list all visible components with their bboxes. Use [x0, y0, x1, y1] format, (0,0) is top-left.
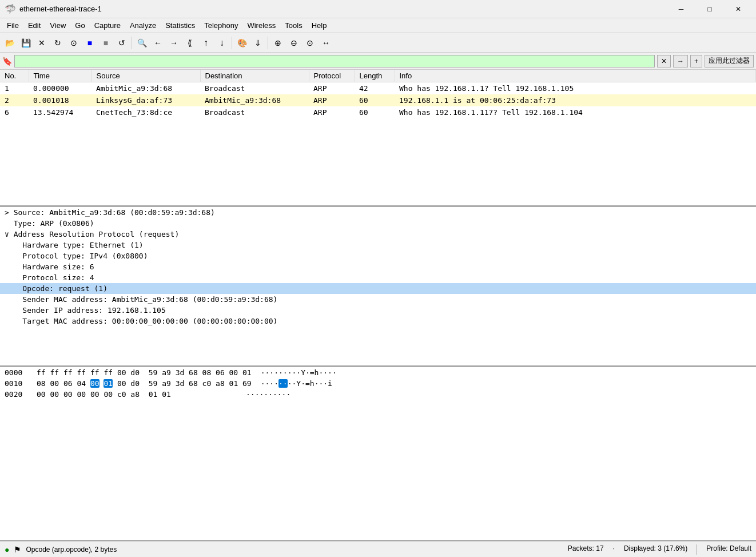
menu-item-statistics[interactable]: Statistics	[161, 20, 200, 31]
col-time[interactable]: Time	[29, 70, 91, 82]
open-button[interactable]: 📂	[2, 35, 17, 50]
status-separator-1: ·	[613, 544, 615, 555]
title-text: ethernet-ethereal-trace-1	[19, 5, 668, 13]
detail-line: Type: ARP (0x0806)	[0, 218, 756, 229]
filter-plus-button[interactable]: +	[690, 55, 702, 67]
table-row[interactable]: 20.001018LinksysG_da:af:73AmbitMic_a9:3d…	[0, 94, 756, 106]
hex-highlight-byte: 01	[104, 379, 113, 388]
detail-line: Protocol type: IPv4 (0x0800)	[0, 250, 756, 261]
status-profile: Profile: Default	[706, 544, 751, 555]
detail-line: Target MAC address: 00:00:00_00:00:00 (0…	[0, 316, 756, 327]
go-forward-button[interactable]: →	[166, 35, 181, 50]
status-expert-icon: ⚑	[14, 545, 21, 554]
detail-line: Sender MAC address: AmbitMic_a9:3d:68 (0…	[0, 294, 756, 305]
menu-item-capture[interactable]: Capture	[90, 20, 125, 31]
packet-tbody: 10.000000AmbitMic_a9:3d:68BroadcastARP42…	[0, 82, 756, 119]
col-source[interactable]: Source	[91, 70, 200, 82]
filter-arrow-right-button[interactable]: →	[673, 55, 688, 67]
maximize-button[interactable]: □	[697, 0, 723, 18]
capture-options-button[interactable]: ⊙	[66, 35, 81, 50]
hex-line: 001008 00 06 04 00 01 00 d0 59 a9 3d 68 …	[0, 378, 756, 389]
detail-line: Opcode: request (1)	[0, 283, 756, 294]
close-button[interactable]: ✕	[725, 0, 751, 18]
hex-bytes: 00 00 00 00 00 00 c0 a8 01 01	[37, 390, 237, 399]
col-destination[interactable]: Destination	[200, 70, 309, 82]
auto-scroll-button[interactable]: ⇓	[250, 35, 265, 50]
minimize-button[interactable]: ─	[668, 0, 694, 18]
restart-button[interactable]: ↺	[114, 35, 129, 50]
toolbar-separator-1	[132, 37, 132, 49]
col-length[interactable]: Length	[355, 70, 395, 82]
hex-offset: 0010	[5, 379, 27, 388]
menu-item-view[interactable]: View	[45, 20, 70, 31]
filter-icon: 🔖	[2, 57, 12, 66]
hex-bytes: ff ff ff ff ff ff 00 d0 59 a9 3d 68 08 0…	[37, 368, 252, 377]
status-displayed: Displayed: 3 (17.6%)	[624, 544, 687, 555]
menu-item-file[interactable]: File	[2, 20, 23, 31]
detail-line: Hardware type: Ethernet (1)	[0, 240, 756, 250]
app-icon: 🦈	[5, 3, 16, 14]
status-message: Opcode (arp.opcode), 2 bytes	[26, 546, 563, 554]
status-packets: Packets: 17	[568, 544, 604, 555]
menu-item-tools[interactable]: Tools	[280, 20, 307, 31]
go-first-button[interactable]: ⟪	[182, 35, 197, 50]
hex-ascii: ·········Y·=h····	[261, 368, 337, 377]
hex-section: 0000ff ff ff ff ff ff 00 d0 59 a9 3d 68 …	[0, 367, 756, 541]
menu-bar: FileEditViewGoCaptureAnalyzeStatisticsTe…	[0, 18, 756, 33]
start-button[interactable]: ■	[82, 35, 97, 50]
hex-highlight-ascii: ··	[278, 379, 288, 388]
close-file-button[interactable]: ✕	[34, 35, 49, 50]
go-next-button[interactable]: ↓	[214, 35, 229, 50]
menu-item-wireless[interactable]: Wireless	[242, 20, 280, 31]
col-protocol[interactable]: Protocol	[309, 70, 355, 82]
apply-filter-button[interactable]: 应用此过滤器	[705, 55, 754, 67]
packet-list-section: No. Time Source Destination Protocol Len…	[0, 70, 756, 207]
detail-line[interactable]: > Source: AmbitMic_a9:3d:68 (00:d0:59:a9…	[0, 207, 756, 218]
detail-line[interactable]: ∨ Address Resolution Protocol (request)	[0, 229, 756, 240]
resize-columns-button[interactable]: ↔	[319, 35, 333, 50]
status-circle-icon: ●	[5, 545, 9, 554]
detail-line: Hardware size: 6	[0, 261, 756, 272]
menu-item-analyze[interactable]: Analyze	[125, 20, 161, 31]
colorize-button[interactable]: 🎨	[234, 35, 249, 50]
packet-table-header: No. Time Source Destination Protocol Len…	[0, 70, 756, 82]
reload-button[interactable]: ↻	[50, 35, 65, 50]
zoom-in-button[interactable]: ⊕	[270, 35, 285, 50]
detail-line: Sender IP address: 192.168.1.105	[0, 305, 756, 316]
toolbar-separator-2	[232, 37, 232, 49]
toolbar: 📂 💾 ✕ ↻ ⊙ ■ ■ ↺ 🔍 ← → ⟪ ↑ ↓ 🎨 ⇓ ⊕ ⊖ ⊙ ↔	[0, 33, 756, 53]
filter-bar: 🔖 arp ✕ → + 应用此过滤器	[0, 53, 756, 70]
zoom-reset-button[interactable]: ⊙	[303, 35, 317, 50]
hex-line: 002000 00 00 00 00 00 c0 a8 01 01·······…	[0, 389, 756, 400]
table-row[interactable]: 613.542974CnetTech_73:8d:ceBroadcastARP6…	[0, 106, 756, 118]
hex-ascii: ··········	[246, 390, 291, 399]
menu-item-go[interactable]: Go	[70, 20, 89, 31]
detail-section: > Source: AmbitMic_a9:3d:68 (00:d0:59:a9…	[0, 207, 756, 367]
col-info[interactable]: Info	[395, 70, 756, 82]
detail-line: Protocol size: 4	[0, 272, 756, 283]
title-bar: 🦈 ethernet-ethereal-trace-1 ─ □ ✕	[0, 0, 756, 18]
filter-clear-button[interactable]: ✕	[657, 55, 671, 67]
go-back-button[interactable]: ←	[150, 35, 165, 50]
save-button[interactable]: 💾	[18, 35, 33, 50]
find-button[interactable]: 🔍	[134, 35, 149, 50]
toolbar-separator-3	[268, 37, 268, 49]
hex-offset: 0020	[5, 390, 27, 399]
window-controls: ─ □ ✕	[668, 0, 751, 18]
hex-bytes: 08 00 06 04 00 01 00 d0 59 a9 3d 68 c0 a…	[37, 379, 252, 388]
filter-input[interactable]: arp	[14, 55, 655, 67]
hex-offset: 0000	[5, 368, 27, 377]
hex-line: 0000ff ff ff ff ff ff 00 d0 59 a9 3d 68 …	[0, 367, 756, 378]
stop-button[interactable]: ■	[98, 35, 113, 50]
col-no[interactable]: No.	[0, 70, 29, 82]
menu-item-edit[interactable]: Edit	[23, 20, 45, 31]
hex-ascii: ········Y·=h···i	[261, 379, 332, 388]
go-prev-button[interactable]: ↑	[198, 35, 213, 50]
zoom-out-button[interactable]: ⊖	[287, 35, 301, 50]
packet-table: No. Time Source Destination Protocol Len…	[0, 70, 756, 118]
table-row[interactable]: 10.000000AmbitMic_a9:3d:68BroadcastARP42…	[0, 82, 756, 95]
menu-item-telephony[interactable]: Telephony	[200, 20, 242, 31]
menu-item-help[interactable]: Help	[307, 20, 332, 31]
status-right: Packets: 17 · Displayed: 3 (17.6%) Profi…	[568, 544, 751, 555]
hex-highlight-byte: 00	[90, 379, 100, 388]
